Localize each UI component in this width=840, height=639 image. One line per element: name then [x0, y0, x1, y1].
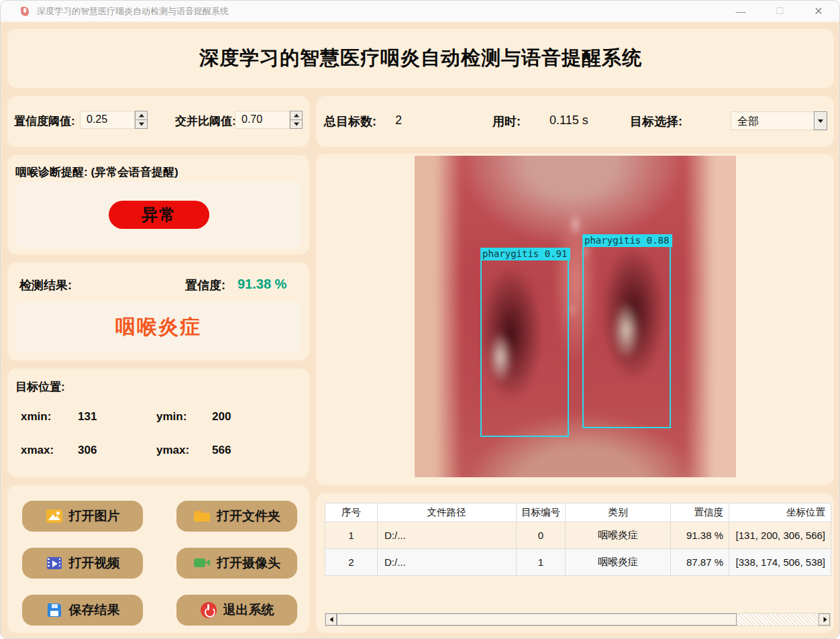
close-button[interactable]: ✕	[799, 1, 838, 21]
table-row[interactable]: 1 D:/... 0 咽喉炎症 91.38 % [131, 200, 306, …	[325, 522, 831, 549]
total-targets-value: 2	[395, 113, 402, 128]
conf-threshold-stepper: 0.25	[80, 111, 148, 129]
table-cell[interactable]: 91.38 %	[671, 522, 729, 549]
window-controls: — ☐ ✕	[721, 1, 840, 21]
xmax-value: 306	[78, 444, 97, 457]
table-panel: 序号 文件路径 目标编号 类别 置信度 坐标位置 1 D:/... 0 咽喉炎症…	[316, 493, 834, 633]
table-header-cell[interactable]: 置信度	[671, 503, 729, 522]
camera-icon	[193, 554, 211, 572]
image-icon	[46, 507, 63, 525]
ymin-label: ymin:	[156, 410, 187, 424]
iou-threshold-label: 交并比阈值:	[175, 113, 236, 129]
banner: 深度学习的智慧医疗咽炎自动检测与语音提醒系统	[7, 29, 834, 88]
target-select-dropdown[interactable]: 全部	[731, 111, 827, 130]
scrollbar-track[interactable]	[737, 613, 819, 626]
total-targets-label: 总目标数:	[324, 113, 376, 130]
time-value: 0.115 s	[549, 113, 588, 128]
target-select-label: 目标选择:	[630, 113, 682, 130]
conf-threshold-input[interactable]: 0.25	[80, 111, 135, 129]
conf-threshold-label: 置信度阈值:	[14, 113, 75, 129]
table-cell[interactable]: 咽喉炎症	[566, 522, 671, 549]
conf-threshold-up-icon[interactable]	[135, 111, 148, 120]
xmin-label: xmin:	[21, 410, 51, 424]
scroll-right-icon[interactable]	[819, 613, 830, 626]
table-header-row: 序号 文件路径 目标编号 类别 置信度 坐标位置	[325, 503, 831, 522]
position-panel: 目标位置: xmin: 131 ymin: 200 xmax: 306 ymax…	[7, 368, 309, 477]
table-cell[interactable]: 咽喉炎症	[566, 549, 671, 576]
detection-label: pharygitis 0.91	[480, 248, 570, 260]
xmin-value: 131	[78, 410, 97, 424]
table-row[interactable]: 2 D:/... 1 咽喉炎症 87.87 % [338, 174, 506, …	[325, 549, 831, 576]
target-select-value: 全部	[731, 111, 814, 130]
app-window: 深度学习的智慧医疗咽炎自动检测与语音提醒系统 — ☐ ✕ 深度学习的智慧医疗咽炎…	[0, 0, 840, 639]
chevron-down-icon[interactable]	[814, 111, 827, 130]
ymin-value: 200	[212, 410, 231, 424]
save-results-button[interactable]: 保存结果	[22, 595, 143, 626]
detection-box: pharygitis 0.88	[582, 246, 671, 428]
time-label: 用时:	[492, 113, 521, 130]
save-icon	[46, 601, 63, 619]
open-folder-label: 打开文件夹	[217, 507, 280, 525]
table-cell[interactable]: D:/...	[378, 522, 517, 549]
detection-label: pharygitis 0.88	[582, 234, 672, 247]
throat-photo	[415, 156, 736, 477]
table-cell[interactable]: [131, 200, 306, 566]	[729, 522, 831, 549]
thresholds-panel: 置信度阈值: 0.25 交并比阈值: 0.70	[7, 96, 309, 147]
conf-threshold-down-icon[interactable]	[135, 120, 148, 129]
maximize-button[interactable]: ☐	[760, 1, 799, 21]
table-cell[interactable]: 1	[325, 522, 378, 549]
result-panel: 检测结果: 置信度: 91.38 % 咽喉炎症	[7, 262, 309, 360]
result-display-area: 咽喉炎症	[15, 301, 301, 352]
open-video-label: 打开视频	[69, 554, 120, 572]
table-header-cell[interactable]: 坐标位置	[729, 503, 831, 522]
diagnosis-status-area: 异常	[15, 182, 301, 248]
app-icon	[19, 6, 30, 17]
confidence-value: 91.38 %	[238, 277, 286, 292]
actions-panel: 打开图片 打开文件夹 打开视频 打开摄像头 保存结果 退出系统	[7, 485, 309, 633]
scrollbar-thumb[interactable]	[337, 613, 737, 626]
table-cell[interactable]: 0	[517, 522, 566, 549]
detection-box: pharygitis 0.91	[480, 259, 569, 437]
minimize-button[interactable]: —	[721, 1, 760, 21]
table-header-cell[interactable]: 目标编号	[517, 503, 566, 522]
open-image-button[interactable]: 打开图片	[22, 501, 143, 532]
open-camera-button[interactable]: 打开摄像头	[176, 548, 297, 579]
table-cell[interactable]: 1	[517, 549, 566, 576]
video-icon	[46, 554, 63, 572]
open-camera-label: 打开摄像头	[217, 554, 280, 572]
scroll-left-icon[interactable]	[325, 613, 337, 626]
exit-system-button[interactable]: 退出系统	[176, 595, 297, 626]
exit-system-label: 退出系统	[223, 601, 274, 619]
horizontal-scrollbar[interactable]	[325, 613, 831, 626]
iou-threshold-stepper: 0.70	[235, 111, 303, 129]
table-header-cell[interactable]: 序号	[325, 503, 378, 522]
abnormal-status-button[interactable]: 异常	[109, 201, 209, 229]
save-results-label: 保存结果	[69, 601, 120, 619]
table-header-cell[interactable]: 文件路径	[378, 503, 517, 522]
power-icon	[200, 601, 217, 619]
iou-threshold-up-icon[interactable]	[290, 111, 303, 120]
iou-threshold-down-icon[interactable]	[290, 120, 303, 129]
diagnosis-panel: 咽喉诊断提醒: (异常会语音提醒) 异常	[7, 155, 309, 254]
open-video-button[interactable]: 打开视频	[22, 548, 143, 579]
result-label: 检测结果:	[19, 277, 72, 293]
confidence-label: 置信度:	[185, 277, 225, 293]
open-folder-button[interactable]: 打开文件夹	[176, 501, 297, 532]
info-panel: 总目标数: 2 用时: 0.115 s 目标选择: 全部	[316, 96, 834, 147]
open-image-label: 打开图片	[69, 507, 120, 525]
image-panel: pharygitis 0.91 pharygitis 0.88	[316, 154, 834, 485]
iou-threshold-input[interactable]: 0.70	[235, 111, 290, 129]
table-header-cell[interactable]: 类别	[566, 503, 671, 522]
table-cell[interactable]: D:/...	[378, 549, 517, 576]
position-section-label: 目标位置:	[15, 379, 65, 395]
table-cell[interactable]: [338, 174, 506, 538]	[729, 549, 831, 576]
table-cell[interactable]: 87.87 %	[671, 549, 729, 576]
folder-icon	[193, 507, 211, 525]
xmax-label: xmax:	[21, 444, 54, 457]
window-title: 深度学习的智慧医疗咽炎自动检测与语音提醒系统	[37, 5, 229, 17]
ymax-label: ymax:	[156, 444, 189, 457]
diagnosis-section-label: 咽喉诊断提醒: (异常会语音提醒)	[15, 164, 178, 180]
table-cell[interactable]: 2	[325, 549, 378, 576]
window-titlebar: 深度学习的智慧医疗咽炎自动检测与语音提醒系统 — ☐ ✕	[1, 1, 840, 22]
ymax-value: 566	[212, 444, 231, 457]
